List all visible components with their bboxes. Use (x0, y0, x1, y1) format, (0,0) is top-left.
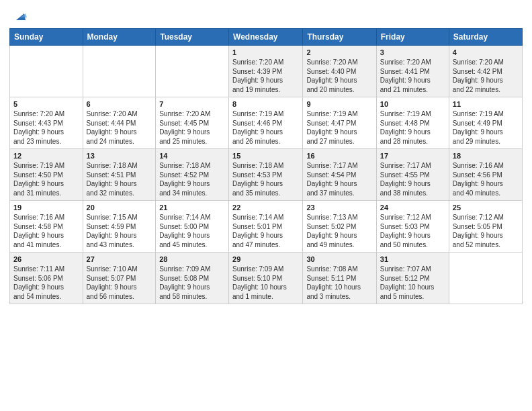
day-number: 10 (380, 100, 445, 108)
day-info: Sunrise: 7:19 AM Sunset: 4:49 PM Dayligh… (453, 109, 519, 146)
day-info: Sunrise: 7:18 AM Sunset: 4:51 PM Dayligh… (87, 161, 152, 197)
day-number: 19 (13, 203, 79, 212)
day-number: 11 (453, 100, 519, 108)
day-info: Sunrise: 7:16 AM Sunset: 4:56 PM Dayligh… (453, 161, 519, 197)
calendar-day-17: 17Sunrise: 7:17 AM Sunset: 4:55 PM Dayli… (376, 149, 449, 201)
day-info: Sunrise: 7:12 AM Sunset: 5:05 PM Dayligh… (453, 213, 519, 249)
calendar-day-7: 7Sunrise: 7:20 AM Sunset: 4:45 PM Daylig… (156, 97, 229, 149)
day-info: Sunrise: 7:20 AM Sunset: 4:42 PM Dayligh… (453, 58, 519, 94)
day-info: Sunrise: 7:20 AM Sunset: 4:40 PM Dayligh… (306, 58, 372, 94)
calendar-day-21: 21Sunrise: 7:14 AM Sunset: 5:00 PM Dayli… (156, 201, 229, 253)
calendar-day-15: 15Sunrise: 7:18 AM Sunset: 4:53 PM Dayli… (229, 149, 303, 201)
calendar-day-1: 1Sunrise: 7:20 AM Sunset: 4:39 PM Daylig… (229, 46, 303, 97)
day-info: Sunrise: 7:17 AM Sunset: 4:55 PM Dayligh… (380, 161, 445, 197)
day-info: Sunrise: 7:19 AM Sunset: 4:46 PM Dayligh… (232, 109, 299, 146)
day-number: 28 (159, 255, 225, 263)
day-info: Sunrise: 7:12 AM Sunset: 5:03 PM Dayligh… (380, 213, 445, 249)
day-info: Sunrise: 7:09 AM Sunset: 5:08 PM Dayligh… (159, 265, 225, 301)
weekday-header-wednesday: Wednesday (229, 29, 303, 46)
calendar-day-28: 28Sunrise: 7:09 AM Sunset: 5:08 PM Dayli… (156, 253, 229, 304)
calendar-day-27: 27Sunrise: 7:10 AM Sunset: 5:07 PM Dayli… (83, 253, 156, 304)
day-number: 12 (13, 152, 79, 160)
calendar-day-31: 31Sunrise: 7:07 AM Sunset: 5:12 PM Dayli… (376, 253, 449, 304)
day-number: 14 (159, 152, 225, 160)
day-info: Sunrise: 7:19 AM Sunset: 4:48 PM Dayligh… (380, 109, 445, 146)
calendar-day-8: 8Sunrise: 7:19 AM Sunset: 4:46 PM Daylig… (229, 97, 303, 149)
day-number: 20 (87, 203, 152, 212)
day-number: 2 (306, 48, 372, 56)
calendar-day-23: 23Sunrise: 7:13 AM Sunset: 5:02 PM Dayli… (303, 201, 376, 253)
day-number: 3 (380, 48, 445, 56)
page: SundayMondayTuesdayWednesdayThursdayFrid… (0, 0, 532, 411)
calendar-day-6: 6Sunrise: 7:20 AM Sunset: 4:44 PM Daylig… (83, 97, 156, 149)
day-number: 23 (306, 203, 372, 212)
day-info: Sunrise: 7:20 AM Sunset: 4:43 PM Dayligh… (13, 109, 79, 146)
calendar-week-row: 5Sunrise: 7:20 AM Sunset: 4:43 PM Daylig… (10, 97, 523, 149)
day-info: Sunrise: 7:19 AM Sunset: 4:50 PM Dayligh… (13, 161, 79, 197)
weekday-header-saturday: Saturday (449, 29, 522, 46)
calendar-day-9: 9Sunrise: 7:19 AM Sunset: 4:47 PM Daylig… (303, 97, 376, 149)
day-info: Sunrise: 7:20 AM Sunset: 4:45 PM Dayligh… (159, 109, 225, 146)
day-info: Sunrise: 7:18 AM Sunset: 4:53 PM Dayligh… (232, 161, 299, 197)
weekday-header-friday: Friday (376, 29, 449, 46)
header (9, 7, 523, 24)
weekday-header-thursday: Thursday (303, 29, 376, 46)
day-number: 6 (87, 100, 152, 108)
calendar-week-row: 12Sunrise: 7:19 AM Sunset: 4:50 PM Dayli… (10, 149, 523, 201)
calendar-day-2: 2Sunrise: 7:20 AM Sunset: 4:40 PM Daylig… (303, 46, 376, 97)
calendar-day-16: 16Sunrise: 7:17 AM Sunset: 4:54 PM Dayli… (303, 149, 376, 201)
day-info: Sunrise: 7:14 AM Sunset: 5:01 PM Dayligh… (232, 213, 299, 249)
day-number: 18 (453, 152, 519, 160)
day-info: Sunrise: 7:08 AM Sunset: 5:11 PM Dayligh… (306, 265, 372, 301)
calendar-day-18: 18Sunrise: 7:16 AM Sunset: 4:56 PM Dayli… (449, 149, 522, 201)
calendar-empty-cell (83, 46, 156, 97)
calendar-day-12: 12Sunrise: 7:19 AM Sunset: 4:50 PM Dayli… (10, 149, 83, 201)
day-info: Sunrise: 7:14 AM Sunset: 5:00 PM Dayligh… (159, 213, 225, 249)
calendar-header-row: SundayMondayTuesdayWednesdayThursdayFrid… (10, 29, 523, 46)
calendar-day-29: 29Sunrise: 7:09 AM Sunset: 5:10 PM Dayli… (229, 253, 303, 304)
day-number: 8 (232, 100, 299, 108)
day-info: Sunrise: 7:17 AM Sunset: 4:54 PM Dayligh… (306, 161, 372, 197)
day-info: Sunrise: 7:10 AM Sunset: 5:07 PM Dayligh… (87, 265, 152, 301)
day-number: 13 (87, 152, 152, 160)
day-number: 29 (232, 255, 299, 263)
calendar-day-13: 13Sunrise: 7:18 AM Sunset: 4:51 PM Dayli… (83, 149, 156, 201)
calendar-day-4: 4Sunrise: 7:20 AM Sunset: 4:42 PM Daylig… (449, 46, 522, 97)
calendar-empty-cell (449, 253, 522, 304)
day-info: Sunrise: 7:19 AM Sunset: 4:47 PM Dayligh… (306, 109, 372, 146)
day-number: 4 (453, 48, 519, 56)
calendar-day-22: 22Sunrise: 7:14 AM Sunset: 5:01 PM Dayli… (229, 201, 303, 253)
day-info: Sunrise: 7:20 AM Sunset: 4:41 PM Dayligh… (380, 58, 445, 94)
day-info: Sunrise: 7:13 AM Sunset: 5:02 PM Dayligh… (306, 213, 372, 249)
calendar-day-5: 5Sunrise: 7:20 AM Sunset: 4:43 PM Daylig… (10, 97, 83, 149)
day-number: 1 (232, 48, 299, 56)
weekday-header-monday: Monday (83, 29, 156, 46)
calendar-day-25: 25Sunrise: 7:12 AM Sunset: 5:05 PM Dayli… (449, 201, 522, 253)
day-info: Sunrise: 7:15 AM Sunset: 4:59 PM Dayligh… (87, 213, 152, 249)
weekday-header-sunday: Sunday (10, 29, 83, 46)
day-info: Sunrise: 7:11 AM Sunset: 5:06 PM Dayligh… (13, 265, 79, 301)
day-info: Sunrise: 7:20 AM Sunset: 4:39 PM Dayligh… (232, 58, 299, 94)
calendar-day-11: 11Sunrise: 7:19 AM Sunset: 4:49 PM Dayli… (449, 97, 522, 149)
calendar-table: SundayMondayTuesdayWednesdayThursdayFrid… (9, 28, 523, 304)
day-number: 21 (159, 203, 225, 212)
calendar-day-3: 3Sunrise: 7:20 AM Sunset: 4:41 PM Daylig… (376, 46, 449, 97)
day-info: Sunrise: 7:18 AM Sunset: 4:52 PM Dayligh… (159, 161, 225, 197)
day-info: Sunrise: 7:20 AM Sunset: 4:44 PM Dayligh… (87, 109, 152, 146)
calendar-day-19: 19Sunrise: 7:16 AM Sunset: 4:58 PM Dayli… (10, 201, 83, 253)
calendar-day-10: 10Sunrise: 7:19 AM Sunset: 4:48 PM Dayli… (376, 97, 449, 149)
calendar-week-row: 26Sunrise: 7:11 AM Sunset: 5:06 PM Dayli… (10, 253, 523, 304)
day-number: 7 (159, 100, 225, 108)
day-number: 24 (380, 203, 445, 212)
calendar-day-20: 20Sunrise: 7:15 AM Sunset: 4:59 PM Dayli… (83, 201, 156, 253)
calendar-day-30: 30Sunrise: 7:08 AM Sunset: 5:11 PM Dayli… (303, 253, 376, 304)
calendar-week-row: 19Sunrise: 7:16 AM Sunset: 4:58 PM Dayli… (10, 201, 523, 253)
day-number: 16 (306, 152, 372, 160)
day-number: 27 (87, 255, 152, 263)
day-number: 5 (13, 100, 79, 108)
day-info: Sunrise: 7:07 AM Sunset: 5:12 PM Dayligh… (380, 265, 445, 301)
calendar-empty-cell (10, 46, 83, 97)
calendar-day-14: 14Sunrise: 7:18 AM Sunset: 4:52 PM Dayli… (156, 149, 229, 201)
day-number: 26 (13, 255, 79, 263)
day-number: 22 (232, 203, 299, 212)
